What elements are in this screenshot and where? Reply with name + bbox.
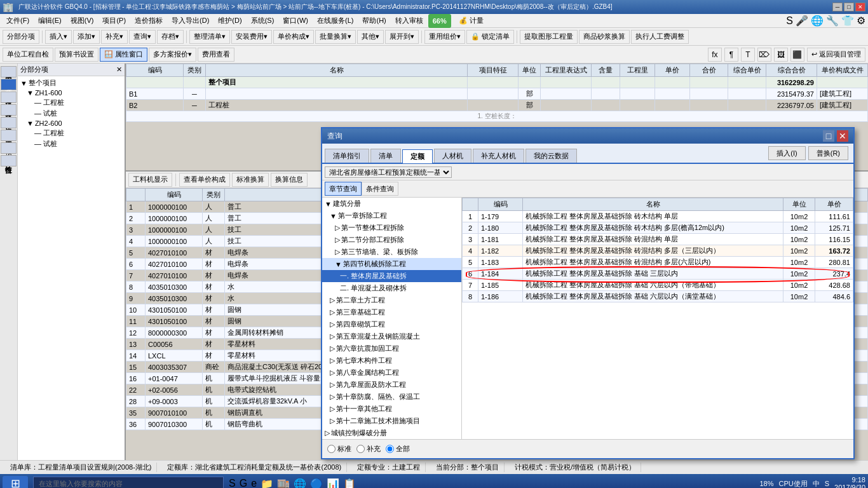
btn-labor-fee-adjust[interactable]: 执行人工费调整 — [631, 30, 689, 44]
btn-mortar-convert[interactable]: 商品砂浆换算 — [579, 30, 630, 44]
sidebar-tab-fee-summary[interactable]: 费用汇总 — [1, 130, 17, 141]
dialog-tab-list[interactable]: 清单 — [370, 149, 401, 163]
start-button[interactable]: ⊞ — [3, 476, 28, 488]
tree-item-engineering-pile-1[interactable]: — 工程桩 — [19, 97, 123, 108]
btn-convert-info[interactable]: 换算信息 — [271, 173, 308, 187]
dialog-tree-item[interactable]: ▷ 第十章防腐、隔热、保温工 — [322, 391, 461, 403]
dialog-tree-item[interactable]: ▷ 城镇控制爆破分册 — [322, 427, 461, 439]
btn-property-window[interactable]: 🪟 属性窗口 — [100, 48, 147, 62]
menu-transfer-audit[interactable]: 转入审核 — [391, 15, 427, 27]
dialog-result-row[interactable]: 6 1-184 机械拆除工程 整体房屋及基础拆除 基础 三层以内 10m2 23… — [463, 268, 853, 280]
dialog-tree-item[interactable]: ▷ 第五章混凝土及钢筋混凝土 — [322, 330, 461, 342]
btn-unit-project-check[interactable]: 单位工程自检 — [3, 48, 53, 62]
btn-install-fee[interactable]: 安装费用▾ — [231, 30, 272, 44]
icon-settings2[interactable]: ⚙ — [857, 15, 865, 27]
radio-standard[interactable] — [327, 445, 336, 453]
btn-standard-convert[interactable]: 标准换算 — [232, 173, 269, 187]
tree-item-zh2-600[interactable]: ▼ ZH2-600 — [19, 119, 123, 128]
dialog-tree-item[interactable]: ▷ 第四章砌筑工程 — [322, 318, 461, 330]
btn-budget-settings[interactable]: 预算书设置 — [55, 48, 98, 62]
icon-s[interactable]: S — [786, 15, 793, 27]
menu-view[interactable]: 视图(V) — [67, 15, 98, 27]
project-panel-close[interactable]: ✕ — [116, 65, 122, 74]
menu-project[interactable]: 项目(P) — [98, 15, 130, 27]
btn-toolbar-extra4[interactable]: ⬛ — [790, 48, 804, 62]
dialog-tree-item[interactable]: ▷ 第三节墙墙、梁、板拆除 — [322, 246, 461, 258]
btn-part-item[interactable]: 分部分项 — [3, 30, 39, 44]
dialog-tab-supplement-labor[interactable]: 补充人材机 — [473, 149, 524, 163]
menu-maintain[interactable]: 维护(D) — [214, 15, 245, 27]
dialog-tree-item[interactable]: 二. 单混凝土及砌体拆 — [322, 282, 461, 294]
dialog-tab-list-guide[interactable]: 清单指引 — [325, 149, 369, 163]
sidebar-tab-part-items[interactable]: 分部分项 — [1, 79, 17, 90]
btn-view-unit-compose[interactable]: 查看单价构成 — [179, 173, 230, 187]
menu-online[interactable]: 在线服务(L) — [313, 15, 357, 27]
btn-other[interactable]: 其他▾ — [357, 30, 384, 44]
dialog-result-row[interactable]: 8 1-186 机械拆除工程 整体房屋及基础拆除 基础 六层以内（满堂基础） 1… — [463, 291, 853, 302]
dialog-tree-item[interactable]: ▷ 第八章金属结构工程 — [322, 367, 461, 379]
close-button[interactable]: ✕ — [855, 3, 865, 11]
btn-toolbar-extra3[interactable]: 🖼 — [774, 48, 788, 62]
tree-item-zh1-600[interactable]: ▼ ZH1-600 — [19, 88, 123, 97]
taskbar-icon-s[interactable]: S — [229, 478, 236, 488]
btn-organize-list[interactable]: 整理清单▾ — [189, 30, 230, 44]
sidebar-tab-report[interactable]: 报表 — [1, 142, 17, 154]
taskbar-icon-app1[interactable]: 📊 — [327, 478, 339, 489]
dialog-quota-dropdown[interactable]: 湖北省房屋修缮工程预算定额统一基 ▼ — [325, 166, 452, 178]
dialog-tree-item[interactable]: ▷ 第六章抗震加固工程 — [322, 342, 461, 355]
tree-item-engineering-pile-2[interactable]: — 工程桩 — [19, 128, 123, 139]
tree-item-test-pile-2[interactable]: — 试桩 — [19, 139, 123, 149]
icon-net[interactable]: 🌐 — [811, 15, 824, 27]
dialog-tree-item[interactable]: ▷ 第三章基础工程 — [322, 306, 461, 318]
sidebar-tab-measures[interactable]: 措施项目 — [1, 92, 17, 103]
dialog-tab-condition-search[interactable]: 条件查询 — [362, 182, 398, 196]
dialog-tab-chapter-search[interactable]: 章节查询 — [325, 182, 362, 196]
menu-window[interactable]: 窗口(W) — [279, 15, 312, 27]
btn-query[interactable]: 查询▾ — [129, 30, 156, 44]
maximize-button[interactable]: □ — [844, 3, 854, 11]
dialog-insert-button[interactable]: 插入(I) — [768, 146, 805, 160]
taskbar-lang[interactable]: 中 — [813, 479, 820, 489]
icon-mic[interactable]: 🎤 — [796, 15, 808, 27]
menu-cost-index[interactable]: 造价指标 — [131, 15, 166, 27]
taskbar-icon-folder[interactable]: 📁 — [261, 478, 273, 489]
menu-file[interactable]: 文件(F) — [3, 15, 33, 27]
menu-system[interactable]: 系统(S) — [247, 15, 278, 27]
menu-help[interactable]: 帮助(H) — [358, 15, 390, 27]
menu-import-export[interactable]: 导入导出(D) — [168, 15, 213, 27]
radio-label-standard[interactable]: 标准 — [327, 444, 351, 454]
dialog-result-row[interactable]: 7 1-185 机械拆除工程 整体房屋及基础拆除 基础 六层以内（带地基础） 1… — [463, 280, 853, 291]
menu-edit[interactable]: 编辑(E) — [34, 15, 65, 27]
minimize-button[interactable]: ─ — [832, 3, 843, 11]
dialog-tree-item[interactable]: ▷ 第七章木构件工程 — [322, 355, 461, 367]
dialog-tab-quota[interactable]: 定额 — [402, 149, 433, 163]
dialog-close-button[interactable]: ✕ — [837, 130, 848, 142]
taskbar-icon-store[interactable]: 🏬 — [277, 478, 290, 489]
taskbar-search-input[interactable] — [33, 477, 224, 488]
dialog-maximize-button[interactable]: □ — [823, 130, 834, 142]
dialog-result-row[interactable]: 1 1-179 机械拆除工程 整体房屋及基础拆除 砖木结构 单层 10m2 11… — [463, 211, 853, 222]
taskbar-icon-chrome[interactable]: 🌐 — [294, 478, 306, 489]
dialog-tree-item[interactable]: ▼ 第一章拆除工程 — [322, 210, 461, 222]
btn-insert[interactable]: 插入▾ — [45, 30, 72, 44]
radio-all[interactable] — [386, 445, 394, 453]
taskbar-icon-g[interactable]: G — [240, 478, 247, 488]
radio-label-supplement[interactable]: 补充 — [356, 444, 381, 454]
dialog-tab-cloud-data[interactable]: 我的云数据 — [526, 149, 577, 163]
btn-formula[interactable]: fx — [708, 48, 722, 62]
tree-item-all-project[interactable]: ▼ 整个项目 — [19, 78, 123, 88]
taskbar-input-mode[interactable]: S — [825, 480, 829, 487]
dialog-result-row[interactable]: 2 1-180 机械拆除工程 整体房屋及基础拆除 砖木结构 多层(檐高12m以内… — [463, 222, 853, 234]
btn-toolbar-extra2[interactable]: ⌦ — [757, 48, 771, 62]
btn-multi-scheme-price[interactable]: 多方案报价▾ — [149, 48, 196, 62]
icon-tools[interactable]: 🔧 — [826, 15, 839, 27]
btn-paragraph[interactable]: ¶ — [724, 48, 738, 62]
sidebar-tab-engineering-overview[interactable]: 工程概况 — [1, 66, 17, 78]
dialog-tab-labor-material[interactable]: 人材机 — [434, 149, 471, 163]
sidebar-tab-other-items[interactable]: 其他项目 — [1, 104, 17, 116]
btn-toolbar-extra1[interactable]: T — [741, 48, 755, 62]
dialog-tree-item[interactable]: ▷ 第十二章施工技术措施项目 — [322, 415, 461, 427]
btn-batch-calc[interactable]: 批量换算▾ — [315, 30, 356, 44]
dialog-tree-item[interactable]: ▼ 第四节机械拆除工程 — [322, 258, 461, 270]
radio-supplement[interactable] — [356, 445, 365, 453]
